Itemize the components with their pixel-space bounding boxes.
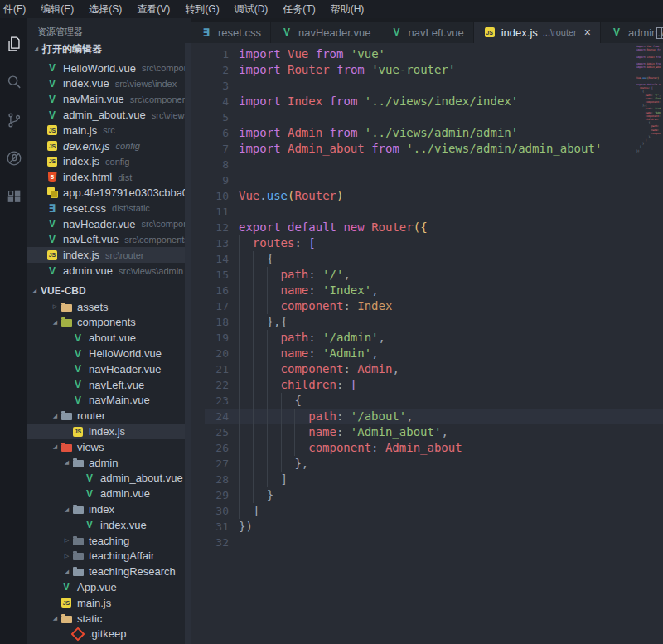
code-line[interactable]: 32 <box>191 535 663 550</box>
tree-folder-views[interactable]: ◢views <box>27 439 191 455</box>
line-number[interactable]: 16 <box>191 283 239 298</box>
line-number[interactable]: 2 <box>191 62 239 78</box>
tree-file-navheader.vue[interactable]: VnavHeader.vue <box>27 361 191 377</box>
open-editor-item[interactable]: VHelloWorld.vuesrc\components <box>27 61 191 76</box>
menu-item[interactable]: 查看(V) <box>129 2 177 17</box>
open-editor-item[interactable]: JSindex.jssrc\router <box>27 247 191 263</box>
line-number[interactable]: 23 <box>191 393 239 409</box>
code-line[interactable]: 27}, <box>191 456 663 472</box>
code-line[interactable]: 9 <box>191 172 663 188</box>
code-line[interactable]: 19path: '/admin', <box>191 330 663 346</box>
tree-file-helloworld.vue[interactable]: VHelloWorld.vue <box>27 346 191 361</box>
line-number[interactable]: 14 <box>191 251 239 267</box>
line-number[interactable]: 30 <box>191 503 239 519</box>
code-line[interactable]: 16name: 'Index', <box>191 283 663 298</box>
code-line[interactable]: 26component: Admin_about <box>191 440 663 456</box>
tree-file-navleft.vue[interactable]: VnavLeft.vue <box>27 377 191 393</box>
code-line[interactable]: 1import Vue from 'vue' <box>191 46 663 62</box>
open-editor-item[interactable]: Vadmin.vuesrc\views\admin <box>27 263 191 278</box>
files-icon[interactable] <box>0 25 27 63</box>
tree-folder-teaching[interactable]: ▷teaching <box>27 533 191 549</box>
code-line[interactable]: 4import Index from '../views/index/index… <box>191 94 663 109</box>
code-line[interactable]: 13routes: [ <box>191 235 663 251</box>
code-editor[interactable]: 1import Vue from 'vue'2import Router fro… <box>191 43 663 644</box>
line-number[interactable]: 12 <box>191 220 239 235</box>
code-line[interactable]: 17component: Index <box>191 298 663 314</box>
line-number[interactable]: 9 <box>191 172 239 188</box>
tree-file-main.js[interactable]: JSmain.js <box>27 595 191 611</box>
line-number[interactable]: 10 <box>191 188 239 204</box>
open-editor-item[interactable]: VnavHeader.vuesrc\components <box>27 216 191 232</box>
line-number[interactable]: 15 <box>191 267 239 283</box>
close-icon[interactable]: × <box>584 27 591 38</box>
tree-file-index.js[interactable]: JSindex.js <box>27 424 191 439</box>
open-editor-item[interactable]: Vadmin_about.vuesrc\views\ad... <box>27 107 191 123</box>
code-line[interactable]: 12export default new Router({ <box>191 220 663 235</box>
search-icon[interactable] <box>0 63 27 101</box>
debug-icon[interactable] <box>0 139 27 177</box>
line-number[interactable]: 24 <box>191 409 239 424</box>
open-editor-item[interactable]: JSdev.env.jsconfig <box>27 138 191 154</box>
line-number[interactable]: 7 <box>191 141 239 157</box>
tree-file-admin_about.vue[interactable]: Vadmin_about.vue <box>27 471 191 487</box>
open-editor-item[interactable]: VnavMain.vuesrc\components <box>27 91 191 107</box>
line-number[interactable]: 4 <box>191 94 239 109</box>
tree-file-about.vue[interactable]: Vabout.vue <box>27 330 191 346</box>
tab-navheader.vue[interactable]: VnavHeader.vue <box>271 22 380 43</box>
line-number[interactable]: 3 <box>191 78 239 94</box>
tree-folder-teachingresearch[interactable]: ◢teachingResearch <box>27 564 191 579</box>
line-number[interactable]: 28 <box>191 472 239 487</box>
line-number[interactable]: 8 <box>191 157 239 172</box>
tab-index.js[interactable]: JSindex.js...\router× <box>474 22 601 43</box>
code-line[interactable]: 31}) <box>191 519 663 535</box>
open-editor-item[interactable]: Vindex.vuesrc\views\index <box>27 76 191 92</box>
minimap[interactable]: import Vue from 'vue'import Router from … <box>636 45 661 156</box>
code-line[interactable]: 6import Admin from '../views/admin/admin… <box>191 125 663 141</box>
code-line[interactable]: 14{ <box>191 251 663 267</box>
line-number[interactable]: 25 <box>191 424 239 440</box>
menu-item[interactable]: 调试(D) <box>227 2 276 17</box>
code-line[interactable]: 18},{ <box>191 314 663 330</box>
code-line[interactable]: 11 <box>191 204 663 220</box>
line-number[interactable]: 20 <box>191 346 239 361</box>
line-number[interactable]: 5 <box>191 109 239 125</box>
sidebar-scrollbar[interactable] <box>185 43 191 644</box>
tree-folder-admin[interactable]: ◢admin <box>27 455 191 471</box>
open-editor-item[interactable]: 5index.htmldist <box>27 169 191 185</box>
menu-item[interactable]: 帮助(H) <box>323 2 372 17</box>
tree-file-.gitkeep[interactable]: .gitkeep <box>27 626 191 642</box>
tree-file-app.vue[interactable]: VApp.vue <box>27 579 191 595</box>
tree-file-admin.vue[interactable]: Vadmin.vue <box>27 486 191 501</box>
line-number[interactable]: 32 <box>191 535 239 550</box>
code-line[interactable]: 22children: [ <box>191 377 663 393</box>
menu-item[interactable]: 编辑(E) <box>33 2 81 17</box>
open-editors-header[interactable]: ◢ 打开的编辑器 <box>27 41 191 57</box>
code-line[interactable]: 10Vue.use(Router) <box>191 188 663 204</box>
tree-folder-index[interactable]: ◢index <box>27 501 191 517</box>
open-editor-item[interactable]: JSmain.jssrc <box>27 123 191 138</box>
code-line[interactable]: 15path: '/', <box>191 267 663 283</box>
code-line[interactable]: 24path: '/about', <box>191 409 663 424</box>
tree-folder-router[interactable]: ◢router <box>27 408 191 424</box>
menu-item[interactable]: 转到(G) <box>177 2 226 17</box>
code-line[interactable]: 8 <box>191 157 663 172</box>
code-line[interactable]: 7import Admin_about from '../views/admin… <box>191 141 663 157</box>
line-number[interactable]: 22 <box>191 377 239 393</box>
code-line[interactable]: 30] <box>191 503 663 519</box>
source-control-icon[interactable] <box>0 101 27 139</box>
line-number[interactable]: 29 <box>191 487 239 503</box>
tree-folder-teachingaffair[interactable]: ▷teachingAffair <box>27 549 191 564</box>
line-number[interactable]: 21 <box>191 361 239 377</box>
open-editor-item[interactable]: VnavLeft.vuesrc\components <box>27 232 191 248</box>
tree-file-navmain.vue[interactable]: VnavMain.vue <box>27 393 191 409</box>
line-number[interactable]: 31 <box>191 519 239 535</box>
tree-folder-static[interactable]: ◢static <box>27 611 191 627</box>
code-line[interactable]: 28] <box>191 472 663 487</box>
line-number[interactable]: 26 <box>191 440 239 456</box>
open-editor-item[interactable]: ∃reset.cssdist\static <box>27 201 191 216</box>
code-line[interactable]: 29} <box>191 487 663 503</box>
code-line[interactable]: 21component: Admin, <box>191 361 663 377</box>
line-number[interactable]: 1 <box>191 46 239 62</box>
code-line[interactable]: 20name: 'Admin', <box>191 346 663 361</box>
tab-admin.vue[interactable]: Vadmin.vue <box>601 22 663 43</box>
